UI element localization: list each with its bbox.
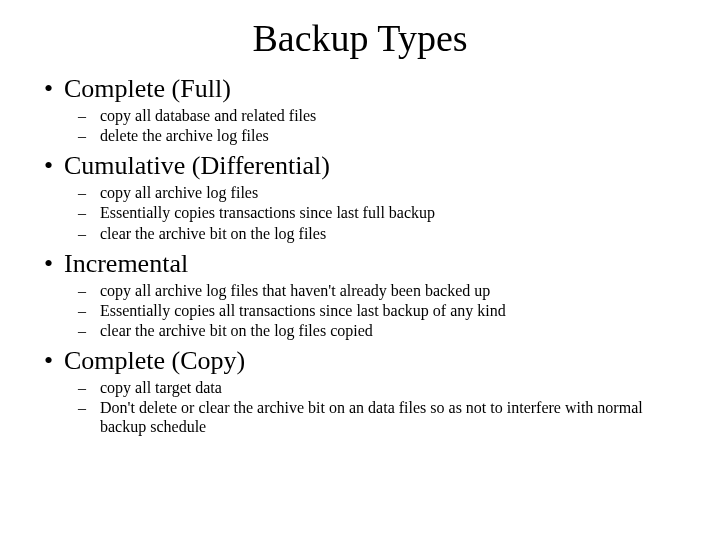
section-complete-full: • Complete (Full) – copy all database an… — [30, 74, 690, 145]
list-item-text: copy all archive log files — [100, 183, 268, 202]
list-item: – clear the archive bit on the log files — [30, 224, 690, 243]
section-cumulative: • Cumulative (Differential) – copy all a… — [30, 151, 690, 242]
section-heading: Complete (Full) — [64, 74, 231, 104]
slide-title: Backup Types — [30, 16, 690, 60]
section-heading: Cumulative (Differential) — [64, 151, 330, 181]
list-item-text: copy all target data — [100, 378, 232, 397]
list-item-text: delete the archive log files — [100, 126, 279, 145]
dash-icon: – — [30, 322, 100, 340]
section-complete-copy: • Complete (Copy) – copy all target data… — [30, 346, 690, 436]
list-item-text: Don't delete or clear the archive bit on… — [100, 398, 690, 436]
sub-list: – copy all archive log files that haven'… — [30, 281, 690, 341]
dash-icon: – — [30, 302, 100, 320]
bullet-icon: • — [30, 76, 64, 102]
bullet-icon: • — [30, 348, 64, 374]
list-item-text: copy all archive log files that haven't … — [100, 281, 500, 300]
bullet-icon: • — [30, 153, 64, 179]
list-item: – copy all target data — [30, 378, 690, 397]
list-item-text: clear the archive bit on the log files c… — [100, 321, 383, 340]
list-item-text: copy all database and related files — [100, 106, 326, 125]
list-item: – copy all archive log files — [30, 183, 690, 202]
list-item: – Don't delete or clear the archive bit … — [30, 398, 690, 436]
sub-list: – copy all database and related files – … — [30, 106, 690, 145]
section-heading: Complete (Copy) — [64, 346, 245, 376]
bullet-icon: • — [30, 251, 64, 277]
list-item: – Essentially copies transactions since … — [30, 203, 690, 222]
section-heading: Incremental — [64, 249, 188, 279]
list-item: – delete the archive log files — [30, 126, 690, 145]
slide: Backup Types • Complete (Full) – copy al… — [0, 0, 720, 540]
dash-icon: – — [30, 282, 100, 300]
list-item: – copy all archive log files that haven'… — [30, 281, 690, 300]
section-incremental: • Incremental – copy all archive log fil… — [30, 249, 690, 340]
sub-list: – copy all target data – Don't delete or… — [30, 378, 690, 437]
list-item: – Essentially copies all transactions si… — [30, 301, 690, 320]
dash-icon: – — [30, 127, 100, 145]
list-item-text: Essentially copies all transactions sinc… — [100, 301, 516, 320]
dash-icon: – — [30, 379, 100, 397]
dash-icon: – — [30, 399, 100, 417]
dash-icon: – — [30, 204, 100, 222]
dash-icon: – — [30, 107, 100, 125]
list-item-text: clear the archive bit on the log files — [100, 224, 336, 243]
list-item-text: Essentially copies transactions since la… — [100, 203, 445, 222]
bullet-list: • Complete (Full) – copy all database an… — [30, 74, 690, 437]
sub-list: – copy all archive log files – Essential… — [30, 183, 690, 243]
list-item: – clear the archive bit on the log files… — [30, 321, 690, 340]
dash-icon: – — [30, 225, 100, 243]
list-item: – copy all database and related files — [30, 106, 690, 125]
dash-icon: – — [30, 184, 100, 202]
